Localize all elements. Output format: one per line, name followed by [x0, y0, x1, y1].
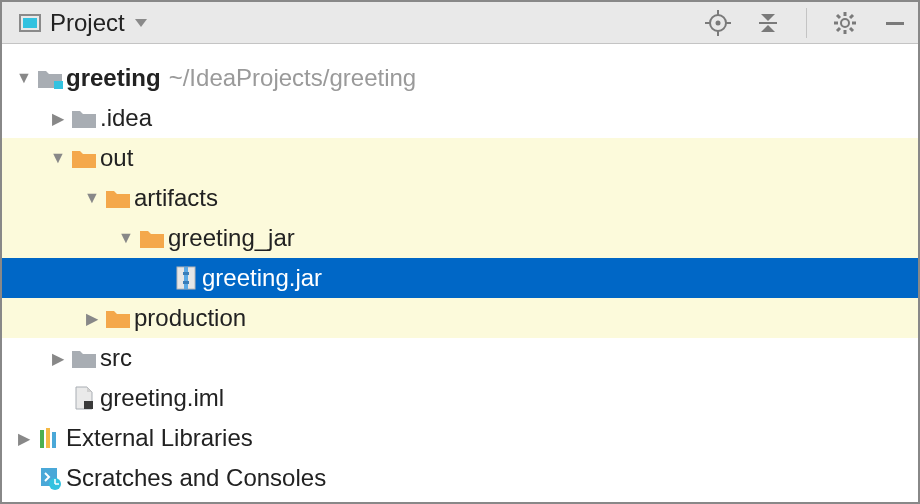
chevron-down-icon[interactable]: ▼ [46, 149, 70, 167]
svg-rect-29 [46, 428, 50, 448]
tree-node-module-root[interactable]: ▼ greeting ~/IdeaProjects/greeting [2, 58, 918, 98]
chevron-right-icon[interactable]: ▶ [12, 429, 36, 448]
node-label: greeting [66, 64, 161, 92]
node-path: ~/IdeaProjects/greeting [169, 64, 417, 92]
tree-node-iml[interactable]: greeting.iml [2, 378, 918, 418]
chevron-down-icon[interactable]: ▼ [80, 189, 104, 207]
svg-rect-30 [52, 432, 56, 448]
module-folder-icon [36, 67, 64, 89]
tree-node-artifacts[interactable]: ▼ artifacts [2, 178, 918, 218]
svg-rect-21 [886, 22, 904, 25]
tree-node-idea[interactable]: ▶ .idea [2, 98, 918, 138]
svg-rect-26 [183, 281, 189, 284]
target-icon[interactable] [705, 10, 731, 36]
collapse-all-icon[interactable] [755, 10, 781, 36]
svg-rect-28 [40, 430, 44, 448]
svg-marker-11 [761, 25, 775, 32]
svg-rect-24 [184, 267, 188, 289]
tree-node-greeting-jar-folder[interactable]: ▼ greeting_jar [2, 218, 918, 258]
toolbar-divider [806, 8, 807, 38]
libraries-icon [36, 426, 64, 450]
scratches-icon [36, 466, 64, 490]
svg-rect-22 [54, 81, 63, 89]
chevron-right-icon[interactable]: ▶ [46, 349, 70, 368]
chevron-down-icon[interactable]: ▼ [12, 69, 36, 87]
iml-file-icon [70, 386, 98, 410]
tree-node-out[interactable]: ▼ out [2, 138, 918, 178]
chevron-right-icon[interactable]: ▶ [80, 309, 104, 328]
svg-rect-10 [759, 22, 777, 24]
node-label: greeting_jar [168, 224, 295, 252]
chevron-down-icon[interactable] [133, 15, 149, 31]
project-tree[interactable]: ▼ greeting ~/IdeaProjects/greeting ▶ .id… [2, 44, 918, 498]
minimize-icon[interactable] [882, 10, 908, 36]
gear-icon[interactable] [832, 10, 858, 36]
svg-rect-27 [84, 401, 93, 409]
tree-node-src[interactable]: ▶ src [2, 338, 918, 378]
node-label: production [134, 304, 246, 332]
svg-marker-9 [761, 14, 775, 21]
svg-rect-1 [23, 18, 37, 28]
node-label: greeting.iml [100, 384, 224, 412]
chevron-down-icon[interactable]: ▼ [114, 229, 138, 247]
project-panel-header: Project [2, 2, 918, 44]
node-label: out [100, 144, 133, 172]
svg-point-12 [841, 19, 849, 27]
node-label: src [100, 344, 132, 372]
folder-icon [70, 347, 98, 369]
chevron-right-icon[interactable]: ▶ [46, 109, 70, 128]
tree-node-external-libraries[interactable]: ▶ External Libraries [2, 418, 918, 458]
project-panel-icon [18, 11, 42, 35]
svg-point-8 [716, 20, 721, 25]
folder-icon [70, 107, 98, 129]
svg-marker-2 [135, 19, 147, 27]
excluded-folder-icon [70, 147, 98, 169]
node-label: External Libraries [66, 424, 253, 452]
svg-rect-25 [183, 272, 189, 275]
svg-line-20 [850, 15, 853, 18]
node-label: greeting.jar [202, 264, 322, 292]
excluded-folder-icon [138, 227, 166, 249]
node-label: Scratches and Consoles [66, 464, 326, 492]
tree-node-scratches[interactable]: Scratches and Consoles [2, 458, 918, 498]
node-label: .idea [100, 104, 152, 132]
jar-file-icon [172, 266, 200, 290]
node-label: artifacts [134, 184, 218, 212]
svg-line-19 [837, 28, 840, 31]
tree-node-production[interactable]: ▶ production [2, 298, 918, 338]
project-panel-title[interactable]: Project [50, 9, 125, 37]
excluded-folder-icon [104, 307, 132, 329]
svg-line-17 [837, 15, 840, 18]
svg-line-18 [850, 28, 853, 31]
excluded-folder-icon [104, 187, 132, 209]
tree-node-greeting-jar-file[interactable]: greeting.jar [2, 258, 918, 298]
